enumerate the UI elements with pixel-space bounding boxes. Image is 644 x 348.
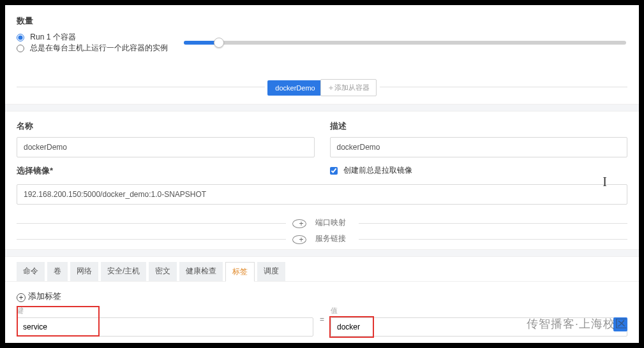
pull-checkbox-row[interactable]: 创建前总是拉取镜像 — [330, 166, 412, 175]
text-cursor-icon: I — [603, 175, 607, 189]
radio-run-n[interactable]: Run 1 个容器 — [17, 33, 76, 41]
add-label-button[interactable]: +添加标签 — [5, 282, 639, 306]
corner-badge[interactable] — [613, 317, 627, 331]
port-mapping-expand[interactable]: +端口映射 — [17, 217, 627, 228]
name-label: 名称 — [17, 120, 315, 132]
tab-0[interactable]: 命令 — [17, 262, 45, 281]
image-label: 选择镜像* — [17, 165, 315, 177]
equals-sign: = — [320, 315, 324, 328]
desc-input[interactable] — [330, 137, 628, 157]
service-link-expand[interactable]: +服务链接 — [17, 233, 627, 244]
kv-value-header: 值 — [331, 306, 627, 315]
radio-every-host-input[interactable] — [17, 45, 24, 52]
add-slave-button[interactable]: ＋添加从容器 — [320, 79, 377, 96]
tab-2[interactable]: 网络 — [70, 262, 98, 281]
service-pill[interactable]: dockerDemo — [267, 80, 322, 96]
kv-key-header: 键 — [17, 306, 313, 315]
tab-5[interactable]: 健康检查 — [179, 262, 223, 281]
radio-every-host[interactable]: 总是在每台主机上运行一个此容器的实例 — [17, 43, 168, 52]
label-value-input[interactable] — [331, 317, 627, 337]
tabs: 命令卷网络安全/主机密文健康检查标签调度 — [5, 257, 639, 282]
count-slider[interactable] — [184, 41, 626, 45]
desc-label: 描述 — [330, 120, 628, 132]
name-input[interactable] — [17, 137, 315, 157]
count-title: 数量 — [17, 15, 627, 27]
image-input[interactable] — [17, 184, 627, 205]
tab-1[interactable]: 卷 — [47, 262, 68, 281]
plus-icon: + — [17, 293, 26, 302]
plus-icon: + — [292, 235, 306, 244]
radio-run-n-input[interactable] — [17, 34, 24, 41]
tab-7[interactable]: 调度 — [257, 262, 285, 281]
tab-4[interactable]: 密文 — [149, 262, 177, 281]
tab-3[interactable]: 安全/主机 — [101, 262, 146, 281]
label-key-input[interactable] — [17, 317, 313, 337]
pull-checkbox[interactable] — [330, 167, 338, 175]
slider-thumb[interactable] — [214, 38, 224, 48]
tab-6[interactable]: 标签 — [225, 262, 255, 282]
plus-icon: + — [292, 219, 306, 228]
